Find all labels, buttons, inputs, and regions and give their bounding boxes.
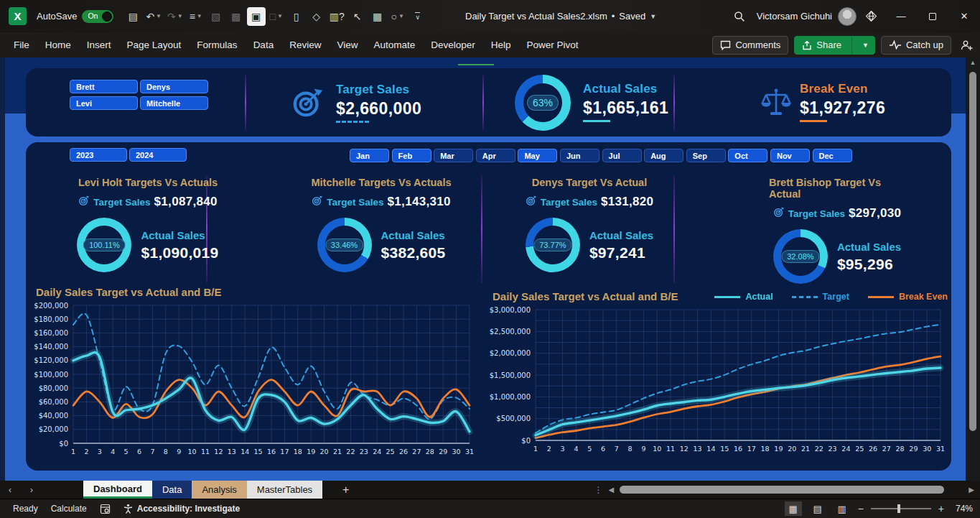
add-sheet-button[interactable]: +: [342, 484, 349, 496]
group-objects-icon[interactable]: □▼: [267, 7, 286, 26]
slicer-month-may[interactable]: May: [518, 149, 557, 162]
autosave-toggle[interactable]: On: [82, 10, 113, 23]
ribbon-tab-formulas[interactable]: Formulas: [189, 32, 245, 57]
send-backward-icon[interactable]: ▩: [227, 7, 246, 26]
minimize-button[interactable]: —: [885, 0, 917, 32]
avatar[interactable]: [838, 7, 857, 26]
slicer-brett[interactable]: Brett: [70, 80, 138, 93]
eraser-icon[interactable]: ◇: [307, 7, 326, 26]
slicer-levi[interactable]: Levi: [70, 96, 138, 110]
select-cursor-icon[interactable]: ↖: [348, 7, 367, 26]
undo-icon[interactable]: ↶▼: [144, 7, 164, 26]
svg-text:11: 11: [666, 445, 675, 453]
sheet-tab-dashboard[interactable]: Dashboard: [83, 481, 152, 499]
panel-title: Brett Bishop Target Vs Actual: [769, 177, 905, 200]
ribbon-tab-page-layout[interactable]: Page Layout: [119, 32, 190, 57]
chart-help-icon[interactable]: ▥?: [327, 7, 347, 26]
svg-text:$2,000,000: $2,000,000: [490, 349, 531, 357]
ribbon-tab-help[interactable]: Help: [483, 32, 519, 57]
ribbon-tab-file[interactable]: File: [6, 32, 37, 57]
panel-percent-donut: 100.11%: [77, 218, 131, 272]
horizontal-scrollbar[interactable]: ⋮ ◀ ▶: [594, 483, 974, 496]
customize-qat-icon[interactable]: ∨: [409, 7, 427, 26]
select-objects-icon[interactable]: ▣: [247, 7, 266, 26]
ribbon-tab-view[interactable]: View: [329, 32, 365, 57]
ribbon-tab-automate[interactable]: Automate: [365, 32, 423, 57]
normal-view-icon[interactable]: ▦: [785, 501, 802, 516]
slicer-month-jan[interactable]: Jan: [350, 149, 389, 162]
vertical-scrollbar[interactable]: ▲: [966, 57, 980, 481]
slicer-month-jun[interactable]: Jun: [560, 149, 599, 162]
ribbon-tab-data[interactable]: Data: [246, 32, 282, 57]
slicer-month-feb[interactable]: Feb: [392, 149, 431, 162]
bring-forward-icon[interactable]: ▧: [207, 7, 225, 26]
slicer-year-2023[interactable]: 2023: [70, 148, 127, 162]
svg-text:10: 10: [188, 448, 197, 455]
svg-text:13: 13: [694, 445, 702, 453]
catch-up-button[interactable]: Catch up: [881, 36, 951, 55]
panel-percent-donut: 73.77%: [526, 218, 580, 272]
zoom-slider-thumb[interactable]: [897, 504, 900, 513]
scroll-up-icon[interactable]: ▲: [966, 59, 980, 66]
redo-icon[interactable]: ↷▼: [165, 7, 185, 26]
saved-separator: •: [612, 11, 615, 22]
actual-percent-donut: 63%: [515, 75, 571, 131]
slicer-denys[interactable]: Denys: [140, 80, 208, 93]
new-file-icon[interactable]: ▯: [287, 7, 306, 26]
vertical-scroll-thumb[interactable]: [969, 72, 976, 431]
share-button[interactable]: Share ▼: [794, 36, 875, 55]
slicer-month-dec[interactable]: Dec: [813, 149, 852, 162]
ribbon-tab-insert[interactable]: Insert: [79, 32, 119, 57]
save-icon[interactable]: ▤: [123, 7, 142, 26]
slicer-month-jul[interactable]: Jul: [602, 149, 642, 162]
panel-actual-row: 73.77%Actual Sales$97,241: [526, 218, 653, 272]
panel-actual-row: 100.11%Actual Sales$1,090,019: [77, 218, 218, 272]
add-person-icon[interactable]: [957, 36, 976, 55]
search-icon[interactable]: [725, 0, 754, 32]
horizontal-scroll-thumb[interactable]: [620, 486, 944, 494]
slicer-month-sep[interactable]: Sep: [686, 149, 726, 162]
page-break-view-icon[interactable]: ▥: [834, 501, 851, 516]
slicer-mitchelle[interactable]: Mitchelle: [140, 96, 208, 110]
macro-record-icon[interactable]: [100, 504, 111, 514]
panel-actual-label: Actual Sales: [589, 229, 653, 241]
ribbon-tab-review[interactable]: Review: [281, 32, 329, 57]
slicer-month-oct[interactable]: Oct: [728, 149, 767, 162]
share-dropdown-icon[interactable]: ▼: [857, 42, 874, 49]
close-button[interactable]: ✕: [948, 0, 980, 32]
ribbon-tab-home[interactable]: Home: [37, 32, 79, 57]
slicer-month-aug[interactable]: Aug: [644, 149, 683, 162]
maximize-button[interactable]: [917, 0, 948, 32]
percent-badge: 32.08%: [781, 250, 819, 263]
sheet-tab-data[interactable]: Data: [152, 481, 192, 499]
ribbon-tab-developer[interactable]: Developer: [423, 32, 483, 57]
designer-diamond-icon[interactable]: [857, 0, 885, 32]
zoom-out-button[interactable]: −: [858, 503, 864, 514]
comments-button[interactable]: Comments: [712, 36, 788, 55]
daily-chart[interactable]: Daily Sales Target vs Actual and B/E $0$…: [33, 286, 477, 467]
ribbon-tab-power-pivot[interactable]: Power Pivot: [519, 32, 587, 57]
sheet-nav-left-icon[interactable]: ‹: [0, 484, 20, 495]
sheet-tab-analysis[interactable]: Analysis: [192, 481, 246, 499]
scroll-right-icon[interactable]: ▶: [969, 486, 974, 494]
target-icon: [78, 195, 90, 209]
sheet-tab-mastertables[interactable]: MasterTables: [247, 481, 322, 499]
slicer-month-nov[interactable]: Nov: [770, 149, 810, 162]
form-properties-icon[interactable]: ▦: [368, 7, 387, 26]
slicer-month-apr[interactable]: Apr: [476, 149, 515, 162]
calculate-status[interactable]: Calculate: [51, 504, 87, 514]
scroll-left-icon[interactable]: ◀: [609, 486, 615, 494]
scrollbar-splitter-icon[interactable]: ⋮: [594, 485, 603, 495]
page-layout-view-icon[interactable]: ▤: [809, 501, 826, 516]
document-title[interactable]: Daily Target vs Actual Sales2.xlsm • Sav…: [465, 0, 656, 32]
sheet-nav-right-icon[interactable]: ›: [22, 484, 42, 495]
accessibility-status[interactable]: Accessibility: Investigate: [123, 504, 240, 514]
shapes-icon[interactable]: ○▼: [388, 7, 407, 26]
slicer-month-mar[interactable]: Mar: [434, 149, 473, 162]
outline-list-icon[interactable]: ≡▼: [187, 7, 205, 26]
cumulative-chart[interactable]: Daily Sales Target vs Actual and B/E Act…: [490, 290, 949, 467]
sheet-left-edge: [0, 57, 5, 481]
slicer-year-2024[interactable]: 2024: [129, 148, 187, 162]
zoom-in-button[interactable]: +: [938, 503, 944, 514]
zoom-slider[interactable]: [871, 508, 931, 509]
